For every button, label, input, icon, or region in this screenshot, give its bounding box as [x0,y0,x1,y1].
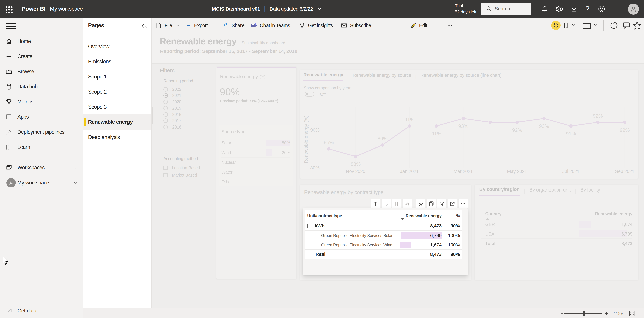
kpi-card: Renewable energy(%) 90% Previous period:… [216,67,296,279]
chart-tab-2[interactable]: Renewable energy by source [352,73,411,80]
favorite-star-icon[interactable] [633,21,642,30]
page-item-scope-2[interactable]: Scope 2 [83,84,151,99]
get-insights-button[interactable]: Get insights [299,18,333,33]
column-header-unit-contract-type[interactable]: Unit/contract type [307,213,342,218]
year-radio-2021[interactable]: 2021 [163,92,181,99]
column-header-renewable-energy[interactable]: Renewable energy [595,211,632,216]
source-type-row-water[interactable]: Water [221,167,290,177]
contract-table-row-kwh[interactable]: kWh8,47390% [304,221,462,231]
year-radio-2020[interactable]: 2020 [163,99,181,105]
edit-button[interactable]: Edit [410,18,427,33]
column-header-percent[interactable]: % [456,213,460,218]
copy-visual-button[interactable] [427,199,436,208]
export-menu-button[interactable]: Export [185,18,216,33]
page-item-renewable-energy[interactable]: Renewable energy [83,114,151,129]
page-item-deep-analysis[interactable]: Deep analysis [83,129,151,145]
share-button[interactable]: Share [222,18,244,33]
document-title[interactable]: MCfS Dashboard v01 [212,6,260,12]
filter-visual-button[interactable] [438,199,446,208]
column-header-renewable-energy[interactable]: Renewable energy [406,213,442,218]
country-tab-3[interactable]: By facility [580,187,600,195]
contract-table-row-green-republic-electricity-services-wind[interactable]: Green Republic Electricity Services Wind… [304,240,462,250]
zoom-in-button[interactable]: + [604,311,609,316]
zoom-level-label: 118% [614,311,624,316]
topbar-workspace-label[interactable]: My workspace [50,0,83,18]
year-radio-2017[interactable]: 2017 [163,118,181,124]
year-radio-2018[interactable]: 2018 [163,111,181,118]
chart-tab-3[interactable]: Renewable energy by source (line chart) [420,73,502,80]
fit-to-page-button[interactable] [629,310,635,316]
page-item-scope-3[interactable]: Scope 3 [83,99,151,114]
app-logo[interactable]: Power BI [22,0,46,18]
pin-visual-button[interactable] [416,199,425,208]
sidebar-item-data-hub[interactable]: Data hub [0,79,83,94]
view-menu-button[interactable] [582,22,598,29]
filter-pane-scrollbar[interactable] [152,107,153,124]
comment-icon[interactable] [622,21,630,29]
sidebar-item-learn[interactable]: Learn [0,140,83,155]
sidebar-item-create[interactable]: Create [0,49,83,64]
column-header-country[interactable]: Country [485,211,502,216]
pages-panel-title: Pages [88,22,104,29]
country-tab-2[interactable]: By organization unit [530,187,570,195]
year-radio-2016[interactable]: 2016 [163,124,181,130]
notifications-bell-icon[interactable] [539,0,550,18]
page-item-scope-1[interactable]: Scope 1 [83,69,151,84]
zoom-out-button[interactable]: - [560,311,565,316]
svg-text:83%: 83% [350,161,360,167]
source-type-row-solar[interactable]: Solar80% [221,138,290,148]
year-radio-2022[interactable]: 2022 [163,86,181,92]
expand-next-level-button[interactable] [403,199,412,208]
go-to-next-level-button[interactable] [392,199,401,208]
country-table-row-total[interactable]: Total8,473 [481,239,632,248]
page-item-overview[interactable]: Overview [83,39,151,54]
year-radio-2019[interactable]: 2019 [163,105,181,111]
sidebar-item-apps[interactable]: Apps [0,109,83,124]
sidebar-item-deployment-pipelines[interactable]: Deployment pipelines [0,124,83,140]
file-menu-button[interactable]: File [156,18,180,33]
sidebar-item-browse[interactable]: Browse [0,64,83,79]
reset-to-default-button[interactable] [551,21,561,30]
drill-up-button[interactable] [371,199,380,208]
source-type-row-nuclear[interactable]: Nuclear [221,157,290,167]
chat-in-teams-button[interactable]: Chat in Teams [251,18,290,33]
focus-mode-button[interactable] [448,199,457,208]
country-table-row-usa[interactable]: USA6,799 [481,229,632,239]
download-icon[interactable] [568,0,580,18]
refresh-icon[interactable] [610,21,618,30]
contract-table-row-green-republic-electricity-services-solar[interactable]: Green Republic Electricity Services Sola… [304,231,462,240]
source-type-row-wind[interactable]: Wind20% [221,148,290,157]
accounting-checkbox-location-based[interactable]: Location Based [163,165,200,171]
drill-down-button[interactable] [382,199,390,208]
zoom-slider-handle[interactable] [583,311,585,316]
bookmarks-button[interactable] [562,22,576,29]
sidebar-item-my-workspace[interactable]: My workspace [0,175,83,190]
settings-gear-icon[interactable] [554,0,565,18]
chart-tab-1[interactable]: Renewable energy [304,72,343,81]
user-avatar[interactable] [628,4,639,15]
feedback-smiley-icon[interactable] [596,0,608,18]
accounting-checkbox-market-based[interactable]: Market Based [163,172,197,178]
subscribe-button[interactable]: Subscribe [341,18,371,33]
get-data-button[interactable]: Get data [0,303,83,318]
chevron-down-icon[interactable] [317,6,322,12]
data-updated-label[interactable]: Data updated 5/2/22 [270,6,313,12]
search-input[interactable]: Search [481,3,531,15]
nav-collapse-icon[interactable] [6,23,17,29]
collapse-minus-icon[interactable] [307,224,312,228]
sidebar-item-workspaces[interactable]: Workspaces [0,160,83,175]
more-visual-options-button[interactable] [458,199,468,208]
waffle-menu-icon[interactable] [5,5,13,14]
country-table-row-gbr[interactable]: GBR1,674 [481,220,632,229]
source-type-row-other[interactable]: Other [221,177,290,187]
more-options-button[interactable] [447,18,453,33]
country-tab-1[interactable]: By country/region [479,187,520,196]
comparison-toggle[interactable] [304,92,314,97]
page-item-emissions[interactable]: Emissions [83,54,151,69]
sidebar-item-metrics[interactable]: Metrics [0,94,83,109]
help-icon[interactable]: ? [582,0,593,18]
renewable-energy-line-chart[interactable]: 80%90%Nov 2020Jan 2021Mar 2021May 2021Ju… [300,70,638,179]
collapse-pages-icon[interactable] [142,23,148,29]
contract-table-row-total[interactable]: Total8,47390% [304,250,462,259]
sidebar-item-home[interactable]: Home [0,34,83,49]
